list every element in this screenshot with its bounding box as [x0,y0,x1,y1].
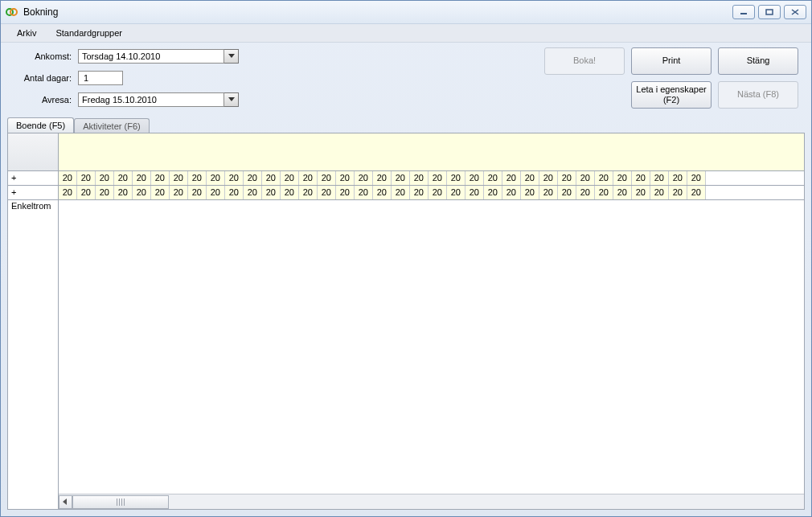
grid-cell[interactable]: 20 [114,171,133,185]
grid-cell[interactable]: 20 [355,171,373,185]
grid-cell[interactable]: 20 [613,171,632,185]
grid-cell[interactable]: 20 [188,186,207,199]
grid-cell[interactable]: 20 [632,186,650,199]
grid-cell[interactable]: 20 [244,171,262,185]
grid-cell[interactable]: 20 [447,186,465,199]
scroll-thumb[interactable] [72,495,169,509]
grid-cell[interactable]: 20 [96,186,114,199]
grid-cell[interactable]: 20 [373,186,392,199]
grid-cell[interactable]: 20 [151,171,170,185]
grid-cell[interactable]: 20 [576,186,595,199]
grid-cell[interactable]: 20 [318,171,336,185]
print-button[interactable]: Print [631,47,712,75]
main-grid: + Dubbelrum + Enkeltrom 2020202020202020… [7,133,805,510]
grid-column-header [59,133,805,171]
antal-input[interactable] [78,71,123,85]
grid-cell[interactable]: 20 [465,171,484,185]
grid-cell[interactable]: 20 [687,171,706,185]
window-title: Bokning [23,6,732,18]
grid-cell[interactable]: 20 [521,171,539,185]
menu-arkiv[interactable]: Arkiv [17,28,36,38]
grid-cell[interactable]: 20 [170,186,188,199]
grid-cell[interactable]: 20 [576,171,595,185]
grid-cell[interactable]: 20 [429,171,447,185]
boka-button[interactable]: Boka! [544,47,625,75]
grid-cell[interactable]: 20 [151,186,170,199]
avresa-input[interactable] [78,92,224,107]
grid-cell[interactable]: 20 [318,186,336,199]
grid-cell[interactable]: 20 [465,186,484,199]
grid-cell[interactable]: 20 [484,186,502,199]
grid-cell[interactable]: 20 [77,186,96,199]
grid-cell[interactable]: 20 [373,171,392,185]
maximize-button[interactable] [758,5,781,19]
grid-cell[interactable]: 20 [262,171,281,185]
grid-cell[interactable]: 20 [59,186,77,199]
grid-cell[interactable]: 20 [632,171,650,185]
row-header-dubbelrum[interactable]: + Dubbelrum [8,171,58,186]
grid-cell[interactable]: 20 [299,171,318,185]
row-header-enkeltrom[interactable]: + Enkeltrom [8,186,58,200]
grid-cell[interactable]: 20 [687,186,706,199]
grid-cell[interactable]: 20 [281,186,299,199]
tab-boende[interactable]: Boende (F5) [7,117,74,133]
grid-cell[interactable]: 20 [133,171,151,185]
grid-cell[interactable]: 20 [669,171,687,185]
grid-cell[interactable]: 20 [502,186,521,199]
grid-cell[interactable]: 20 [595,186,613,199]
grid-cell[interactable]: 20 [392,186,410,199]
grid-cell[interactable]: 20 [59,171,77,185]
ankomst-dropdown-button[interactable] [224,49,239,64]
stang-button[interactable]: Stäng [718,47,798,75]
grid-cell[interactable]: 20 [595,171,613,185]
grid-cell[interactable]: 20 [188,171,207,185]
grid-cell[interactable]: 20 [613,186,632,199]
grid-cell[interactable]: 20 [392,171,410,185]
form-area: Ankomst: Antal dagar: Avresa: Boka! Prin… [1,43,811,112]
grid-cell[interactable]: 20 [133,186,151,199]
grid-cell[interactable]: 20 [262,186,281,199]
grid-cell[interactable]: 20 [244,186,262,199]
grid-cell[interactable]: 20 [502,171,521,185]
grid-cell[interactable]: 20 [539,171,558,185]
grid-cell[interactable]: 20 [207,171,225,185]
minimize-button[interactable] [732,5,755,19]
ankomst-input[interactable] [78,49,224,64]
grid-cell[interactable]: 20 [558,171,576,185]
leta-button[interactable]: Leta i egenskaper (F2) [631,81,712,109]
grid-cell[interactable]: 20 [336,171,355,185]
grid-cell[interactable]: 20 [410,186,429,199]
horizontal-scrollbar[interactable] [59,494,805,509]
nasta-button[interactable]: Nästa (F8) [718,81,798,109]
grid-cell[interactable]: 20 [650,171,669,185]
grid-cell[interactable]: 20 [170,171,188,185]
grid-cell[interactable]: 20 [225,171,244,185]
app-window: Bokning Arkiv Standardgrupper Ankomst: [0,0,812,517]
scroll-left-button[interactable] [59,495,72,509]
grid-cell[interactable]: 20 [281,171,299,185]
grid-cell[interactable]: 20 [447,171,465,185]
grid-cell[interactable]: 20 [355,186,373,199]
grid-cell[interactable]: 20 [299,186,318,199]
grid-cell[interactable]: 20 [429,186,447,199]
grid-cell[interactable]: 20 [484,171,502,185]
grid-cell[interactable]: 20 [207,186,225,199]
scroll-track[interactable] [72,495,805,509]
close-button[interactable] [784,5,806,19]
grid-cell[interactable]: 20 [539,186,558,199]
grid-cell[interactable]: 20 [114,186,133,199]
grid-cell[interactable]: 20 [336,186,355,199]
grid-cell[interactable]: 20 [669,186,687,199]
tab-aktiviteter[interactable]: Aktiviteter (F6) [74,118,150,133]
ankomst-label: Ankomst: [14,51,78,61]
avresa-dropdown-button[interactable] [224,92,239,107]
grid-cell[interactable]: 20 [410,171,429,185]
grid-cell[interactable]: 20 [650,186,669,199]
menu-standardgrupper[interactable]: Standardgrupper [55,28,122,38]
grid-cell[interactable]: 20 [96,171,114,185]
svg-rect-2 [740,13,747,14]
grid-cell[interactable]: 20 [558,186,576,199]
grid-cell[interactable]: 20 [77,171,96,185]
grid-cell[interactable]: 20 [521,186,539,199]
grid-cell[interactable]: 20 [225,186,244,199]
